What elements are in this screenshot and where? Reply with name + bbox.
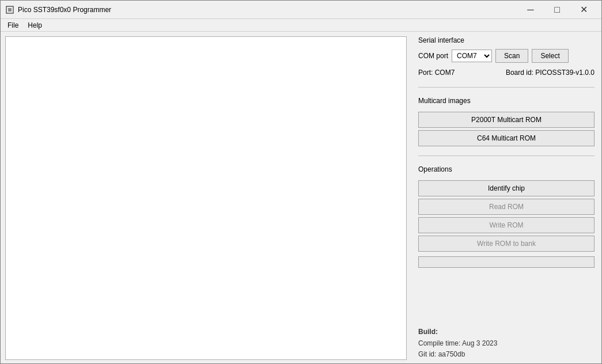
menu-help[interactable]: Help (23, 20, 47, 31)
window-title: Pico SST39sf0x0 Programmer (18, 6, 517, 14)
build-info: Build: Compile time: Aug 3 2023 Git id: … (418, 327, 595, 360)
serial-interface-section: Serial interface COM port COM7 Scan Sele… (418, 36, 595, 78)
menu-file[interactable]: File (3, 20, 23, 31)
build-label: Build: (418, 328, 438, 336)
c64-multicart-button[interactable]: C64 Multicart ROM (418, 130, 595, 146)
board-id: Board id: PICOSST39-v1.0.0 (506, 69, 595, 77)
maximize-button[interactable]: □ (544, 1, 570, 19)
write-rom-button[interactable]: Write ROM (418, 217, 595, 233)
com-port-label: COM port (418, 52, 448, 60)
multicard-images-section: Multicard images P2000T Multicart ROM C6… (418, 97, 595, 146)
identify-chip-button[interactable]: Identify chip (418, 180, 595, 196)
operations-title: Operations (418, 165, 595, 173)
write-rom-to-bank-button[interactable]: Write ROM to bank (418, 236, 595, 252)
select-button[interactable]: Select (532, 49, 568, 63)
output-panel (5, 36, 407, 360)
title-bar: Pico SST39sf0x0 Programmer ─ □ ✕ (1, 1, 601, 19)
app-icon (5, 5, 14, 14)
separator-1 (418, 87, 595, 88)
port-info-row: Port: COM7 Board id: PICOSST39-v1.0.0 (418, 67, 595, 78)
build-label-line: Build: (418, 327, 595, 338)
git-id: Git id: aa750db (418, 349, 595, 360)
scan-button[interactable]: Scan (495, 49, 528, 63)
com-port-select[interactable]: COM7 (452, 50, 492, 62)
progress-bar-container (418, 256, 595, 268)
multicard-images-title: Multicard images (418, 97, 595, 105)
right-panel: Serial interface COM port COM7 Scan Sele… (411, 32, 601, 364)
main-window: Pico SST39sf0x0 Programmer ─ □ ✕ File He… (0, 0, 602, 364)
main-content: Serial interface COM port COM7 Scan Sele… (1, 32, 601, 364)
menu-bar: File Help (1, 19, 601, 32)
port-status: Port: COM7 (418, 69, 455, 77)
serial-interface-title: Serial interface (418, 36, 595, 44)
operations-section: Operations Identify chip Read ROM Write … (418, 165, 595, 268)
window-controls: ─ □ ✕ (517, 1, 597, 19)
separator-2 (418, 156, 595, 156)
p2000t-multicart-button[interactable]: P2000T Multicart ROM (418, 112, 595, 128)
close-button[interactable]: ✕ (570, 1, 597, 19)
read-rom-button[interactable]: Read ROM (418, 199, 595, 215)
svg-rect-1 (8, 8, 12, 12)
minimize-button[interactable]: ─ (517, 1, 544, 19)
compile-time: Compile time: Aug 3 2023 (418, 338, 595, 349)
com-port-row: COM port COM7 Scan Select (418, 49, 595, 63)
